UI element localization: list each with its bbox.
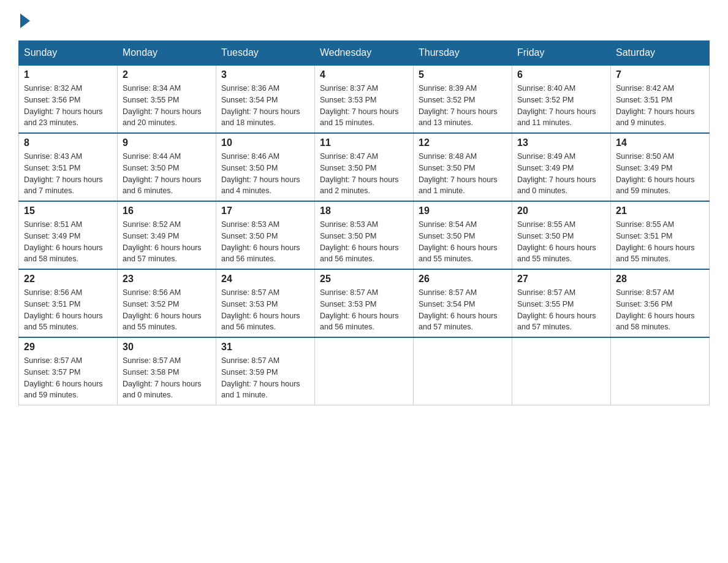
day-info: Sunrise: 8:57 AMSunset: 3:57 PMDaylight:… bbox=[24, 355, 112, 401]
day-cell-11: 11Sunrise: 8:47 AMSunset: 3:50 PMDayligh… bbox=[315, 133, 414, 201]
day-cell-31: 31Sunrise: 8:57 AMSunset: 3:59 PMDayligh… bbox=[216, 337, 315, 405]
day-cell-16: 16Sunrise: 8:52 AMSunset: 3:49 PMDayligh… bbox=[118, 201, 216, 269]
weekday-header-tuesday: Tuesday bbox=[216, 41, 315, 66]
day-info: Sunrise: 8:52 AMSunset: 3:49 PMDaylight:… bbox=[123, 219, 211, 265]
day-number: 24 bbox=[221, 274, 309, 285]
day-info: Sunrise: 8:57 AMSunset: 3:56 PMDaylight:… bbox=[616, 287, 704, 333]
week-row-3: 15Sunrise: 8:51 AMSunset: 3:49 PMDayligh… bbox=[19, 201, 710, 269]
day-cell-26: 26Sunrise: 8:57 AMSunset: 3:54 PMDayligh… bbox=[414, 269, 512, 337]
day-info: Sunrise: 8:40 AMSunset: 3:52 PMDaylight:… bbox=[517, 83, 605, 129]
day-cell-28: 28Sunrise: 8:57 AMSunset: 3:56 PMDayligh… bbox=[611, 269, 710, 337]
day-info: Sunrise: 8:53 AMSunset: 3:50 PMDaylight:… bbox=[320, 219, 408, 265]
day-number: 30 bbox=[123, 342, 211, 353]
day-info: Sunrise: 8:55 AMSunset: 3:51 PMDaylight:… bbox=[616, 219, 704, 265]
logo-arrow-icon bbox=[20, 13, 30, 28]
day-cell-19: 19Sunrise: 8:54 AMSunset: 3:50 PMDayligh… bbox=[414, 201, 512, 269]
weekday-header-sunday: Sunday bbox=[19, 41, 118, 66]
day-cell-5: 5Sunrise: 8:39 AMSunset: 3:52 PMDaylight… bbox=[414, 65, 512, 133]
day-number: 29 bbox=[24, 342, 112, 353]
day-info: Sunrise: 8:57 AMSunset: 3:58 PMDaylight:… bbox=[123, 355, 211, 401]
day-number: 17 bbox=[221, 205, 309, 216]
day-info: Sunrise: 8:50 AMSunset: 3:49 PMDaylight:… bbox=[616, 151, 704, 197]
weekday-header-row: SundayMondayTuesdayWednesdayThursdayFrid… bbox=[19, 41, 710, 66]
day-info: Sunrise: 8:57 AMSunset: 3:54 PMDaylight:… bbox=[419, 287, 507, 333]
empty-cell bbox=[414, 337, 512, 405]
day-info: Sunrise: 8:57 AMSunset: 3:55 PMDaylight:… bbox=[517, 287, 605, 333]
day-info: Sunrise: 8:48 AMSunset: 3:50 PMDaylight:… bbox=[419, 151, 507, 197]
day-cell-4: 4Sunrise: 8:37 AMSunset: 3:53 PMDaylight… bbox=[315, 65, 414, 133]
day-info: Sunrise: 8:57 AMSunset: 3:53 PMDaylight:… bbox=[221, 287, 309, 333]
day-cell-10: 10Sunrise: 8:46 AMSunset: 3:50 PMDayligh… bbox=[216, 133, 315, 201]
weekday-header-friday: Friday bbox=[512, 41, 611, 66]
day-number: 31 bbox=[221, 342, 309, 353]
day-number: 5 bbox=[419, 69, 507, 80]
weekday-header-saturday: Saturday bbox=[611, 41, 710, 66]
day-info: Sunrise: 8:34 AMSunset: 3:55 PMDaylight:… bbox=[123, 83, 211, 129]
empty-cell bbox=[315, 337, 414, 405]
day-number: 7 bbox=[616, 69, 704, 80]
day-number: 21 bbox=[616, 205, 704, 216]
empty-cell bbox=[512, 337, 611, 405]
day-number: 10 bbox=[221, 137, 309, 148]
day-cell-7: 7Sunrise: 8:42 AMSunset: 3:51 PMDaylight… bbox=[611, 65, 710, 133]
day-cell-27: 27Sunrise: 8:57 AMSunset: 3:55 PMDayligh… bbox=[512, 269, 611, 337]
day-number: 8 bbox=[24, 137, 112, 148]
day-info: Sunrise: 8:53 AMSunset: 3:50 PMDaylight:… bbox=[221, 219, 309, 265]
day-number: 14 bbox=[616, 137, 704, 148]
day-info: Sunrise: 8:43 AMSunset: 3:51 PMDaylight:… bbox=[24, 151, 112, 197]
day-info: Sunrise: 8:42 AMSunset: 3:51 PMDaylight:… bbox=[616, 83, 704, 129]
day-info: Sunrise: 8:49 AMSunset: 3:49 PMDaylight:… bbox=[517, 151, 605, 197]
day-number: 16 bbox=[123, 205, 211, 216]
day-info: Sunrise: 8:54 AMSunset: 3:50 PMDaylight:… bbox=[419, 219, 507, 265]
day-cell-24: 24Sunrise: 8:57 AMSunset: 3:53 PMDayligh… bbox=[216, 269, 315, 337]
calendar-table: SundayMondayTuesdayWednesdayThursdayFrid… bbox=[18, 40, 710, 405]
day-number: 13 bbox=[517, 137, 605, 148]
weekday-header-monday: Monday bbox=[118, 41, 216, 66]
day-cell-1: 1Sunrise: 8:32 AMSunset: 3:56 PMDaylight… bbox=[19, 65, 118, 133]
day-cell-12: 12Sunrise: 8:48 AMSunset: 3:50 PMDayligh… bbox=[414, 133, 512, 201]
day-cell-23: 23Sunrise: 8:56 AMSunset: 3:52 PMDayligh… bbox=[118, 269, 216, 337]
day-info: Sunrise: 8:44 AMSunset: 3:50 PMDaylight:… bbox=[123, 151, 211, 197]
day-number: 25 bbox=[320, 274, 408, 285]
weekday-header-wednesday: Wednesday bbox=[315, 41, 414, 66]
day-cell-30: 30Sunrise: 8:57 AMSunset: 3:58 PMDayligh… bbox=[118, 337, 216, 405]
day-info: Sunrise: 8:57 AMSunset: 3:53 PMDaylight:… bbox=[320, 287, 408, 333]
day-info: Sunrise: 8:37 AMSunset: 3:53 PMDaylight:… bbox=[320, 83, 408, 129]
day-info: Sunrise: 8:32 AMSunset: 3:56 PMDaylight:… bbox=[24, 83, 112, 129]
day-cell-21: 21Sunrise: 8:55 AMSunset: 3:51 PMDayligh… bbox=[611, 201, 710, 269]
day-number: 9 bbox=[123, 137, 211, 148]
day-cell-29: 29Sunrise: 8:57 AMSunset: 3:57 PMDayligh… bbox=[19, 337, 118, 405]
day-cell-17: 17Sunrise: 8:53 AMSunset: 3:50 PMDayligh… bbox=[216, 201, 315, 269]
day-cell-25: 25Sunrise: 8:57 AMSunset: 3:53 PMDayligh… bbox=[315, 269, 414, 337]
day-info: Sunrise: 8:51 AMSunset: 3:49 PMDaylight:… bbox=[24, 219, 112, 265]
day-info: Sunrise: 8:46 AMSunset: 3:50 PMDaylight:… bbox=[221, 151, 309, 197]
day-number: 11 bbox=[320, 137, 408, 148]
day-number: 22 bbox=[24, 274, 112, 285]
day-number: 26 bbox=[419, 274, 507, 285]
day-cell-14: 14Sunrise: 8:50 AMSunset: 3:49 PMDayligh… bbox=[611, 133, 710, 201]
day-cell-8: 8Sunrise: 8:43 AMSunset: 3:51 PMDaylight… bbox=[19, 133, 118, 201]
day-info: Sunrise: 8:47 AMSunset: 3:50 PMDaylight:… bbox=[320, 151, 408, 197]
day-number: 6 bbox=[517, 69, 605, 80]
day-number: 4 bbox=[320, 69, 408, 80]
day-info: Sunrise: 8:55 AMSunset: 3:50 PMDaylight:… bbox=[517, 219, 605, 265]
weekday-header-thursday: Thursday bbox=[414, 41, 512, 66]
day-info: Sunrise: 8:39 AMSunset: 3:52 PMDaylight:… bbox=[419, 83, 507, 129]
week-row-4: 22Sunrise: 8:56 AMSunset: 3:51 PMDayligh… bbox=[19, 269, 710, 337]
day-number: 28 bbox=[616, 274, 704, 285]
day-info: Sunrise: 8:36 AMSunset: 3:54 PMDaylight:… bbox=[221, 83, 309, 129]
day-number: 27 bbox=[517, 274, 605, 285]
week-row-5: 29Sunrise: 8:57 AMSunset: 3:57 PMDayligh… bbox=[19, 337, 710, 405]
week-row-2: 8Sunrise: 8:43 AMSunset: 3:51 PMDaylight… bbox=[19, 133, 710, 201]
day-info: Sunrise: 8:56 AMSunset: 3:51 PMDaylight:… bbox=[24, 287, 112, 333]
week-row-1: 1Sunrise: 8:32 AMSunset: 3:56 PMDaylight… bbox=[19, 65, 710, 133]
day-cell-3: 3Sunrise: 8:36 AMSunset: 3:54 PMDaylight… bbox=[216, 65, 315, 133]
day-number: 19 bbox=[419, 205, 507, 216]
day-number: 23 bbox=[123, 274, 211, 285]
day-number: 18 bbox=[320, 205, 408, 216]
day-number: 2 bbox=[123, 69, 211, 80]
day-cell-20: 20Sunrise: 8:55 AMSunset: 3:50 PMDayligh… bbox=[512, 201, 611, 269]
day-cell-2: 2Sunrise: 8:34 AMSunset: 3:55 PMDaylight… bbox=[118, 65, 216, 133]
day-cell-13: 13Sunrise: 8:49 AMSunset: 3:49 PMDayligh… bbox=[512, 133, 611, 201]
day-info: Sunrise: 8:56 AMSunset: 3:52 PMDaylight:… bbox=[123, 287, 211, 333]
